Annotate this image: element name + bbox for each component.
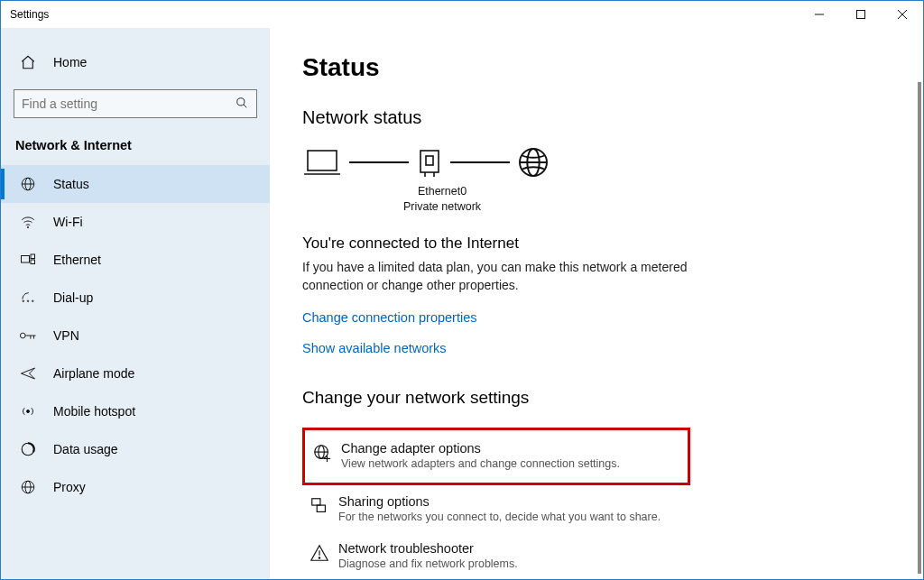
sidebar-item-label: Proxy bbox=[53, 480, 86, 494]
sidebar-item-label: Ethernet bbox=[53, 253, 101, 267]
svg-point-13 bbox=[23, 300, 24, 302]
connected-desc: If you have a limited data plan, you can… bbox=[302, 258, 690, 295]
laptop-icon bbox=[302, 147, 342, 178]
sidebar-item-dialup[interactable]: Dial-up bbox=[1, 279, 270, 317]
scrollbar[interactable] bbox=[918, 82, 921, 574]
vpn-icon bbox=[19, 328, 37, 343]
close-button[interactable] bbox=[882, 1, 923, 28]
svg-rect-28 bbox=[426, 156, 433, 165]
sidebar-nav: Status Wi-Fi Ethernet bbox=[1, 165, 270, 506]
option-title: Change adapter options bbox=[341, 441, 620, 456]
change-settings-heading: Change your network settings bbox=[302, 388, 896, 408]
svg-rect-11 bbox=[31, 254, 35, 259]
sidebar-item-hotspot[interactable]: Mobile hotspot bbox=[1, 392, 270, 430]
search-box[interactable] bbox=[14, 89, 257, 118]
sidebar-item-ethernet[interactable]: Ethernet bbox=[1, 241, 270, 279]
main-pane: Status Network status Ethernet0 bbox=[270, 28, 923, 579]
hotspot-icon bbox=[19, 403, 37, 419]
option-change-adapter[interactable]: Change adapter options View network adap… bbox=[302, 428, 690, 485]
globe-icon bbox=[517, 146, 550, 179]
home-icon bbox=[19, 54, 37, 70]
svg-line-5 bbox=[244, 104, 247, 107]
diagram-caption: Ethernet0 Private network bbox=[311, 184, 573, 215]
page-title: Status bbox=[302, 53, 896, 82]
sidebar-item-label: VPN bbox=[53, 328, 79, 343]
svg-rect-27 bbox=[420, 151, 439, 172]
network-status-heading: Network status bbox=[302, 107, 896, 128]
network-diagram bbox=[302, 146, 896, 179]
svg-rect-25 bbox=[308, 151, 337, 170]
link-show-available-networks[interactable]: Show available networks bbox=[302, 341, 896, 355]
sharing-icon bbox=[310, 494, 338, 516]
sidebar-item-airplane[interactable]: Airplane mode bbox=[1, 354, 270, 392]
wifi-icon bbox=[19, 214, 37, 230]
search-icon bbox=[235, 97, 249, 112]
sidebar-item-proxy[interactable]: Proxy bbox=[1, 468, 270, 506]
datausage-icon bbox=[19, 441, 37, 457]
ethernet-icon bbox=[19, 253, 37, 266]
sidebar-category: Network & Internet bbox=[1, 131, 270, 160]
svg-point-4 bbox=[237, 97, 245, 105]
network-type: Private network bbox=[311, 199, 573, 215]
option-desc: View network adapters and change connect… bbox=[341, 457, 620, 470]
sidebar-item-label: Mobile hotspot bbox=[53, 404, 135, 419]
svg-point-42 bbox=[319, 557, 319, 558]
svg-rect-39 bbox=[312, 499, 320, 505]
proxy-icon bbox=[19, 479, 37, 495]
option-sharing[interactable]: Sharing options For the networks you con… bbox=[302, 485, 690, 532]
option-desc: For the networks you connect to, decide … bbox=[338, 511, 661, 523]
sidebar: Home Network & Internet Status bbox=[1, 28, 270, 579]
svg-rect-40 bbox=[317, 505, 325, 511]
sidebar-item-label: Data usage bbox=[53, 442, 118, 456]
home-label: Home bbox=[53, 55, 87, 69]
router-icon bbox=[416, 147, 443, 178]
svg-point-9 bbox=[27, 226, 28, 227]
minimize-button[interactable] bbox=[799, 1, 840, 28]
option-troubleshooter[interactable]: Network troubleshooter Diagnose and fix … bbox=[302, 532, 690, 579]
sidebar-item-label: Dial-up bbox=[53, 290, 93, 305]
option-title: Network troubleshooter bbox=[338, 541, 518, 556]
sidebar-item-label: Status bbox=[53, 177, 89, 191]
connected-title: You're connected to the Internet bbox=[302, 235, 896, 253]
globe-plus-icon bbox=[312, 441, 341, 463]
option-title: Sharing options bbox=[338, 494, 661, 509]
sidebar-item-vpn[interactable]: VPN bbox=[1, 317, 270, 354]
airplane-icon bbox=[19, 365, 37, 382]
link-change-connection-properties[interactable]: Change connection properties bbox=[302, 310, 896, 325]
svg-point-14 bbox=[27, 300, 29, 302]
sidebar-item-datausage[interactable]: Data usage bbox=[1, 430, 270, 468]
window-title: Settings bbox=[10, 8, 49, 21]
adapter-name: Ethernet0 bbox=[311, 184, 573, 199]
sidebar-item-wifi[interactable]: Wi-Fi bbox=[1, 203, 270, 241]
sidebar-item-status[interactable]: Status bbox=[1, 165, 270, 203]
svg-rect-12 bbox=[31, 260, 35, 264]
globe-icon bbox=[19, 176, 37, 192]
search-input[interactable] bbox=[22, 97, 235, 111]
title-bar: Settings bbox=[1, 1, 923, 28]
sidebar-item-label: Wi-Fi bbox=[53, 215, 83, 229]
svg-point-16 bbox=[20, 333, 25, 338]
option-desc: Diagnose and fix network problems. bbox=[338, 557, 518, 570]
svg-point-15 bbox=[32, 300, 34, 302]
maximize-button[interactable] bbox=[840, 1, 882, 28]
home-link[interactable]: Home bbox=[1, 44, 270, 80]
sidebar-item-label: Airplane mode bbox=[53, 366, 134, 381]
warning-icon bbox=[310, 541, 338, 563]
svg-point-20 bbox=[27, 410, 30, 413]
svg-rect-1 bbox=[857, 11, 865, 19]
svg-rect-10 bbox=[22, 256, 30, 263]
dialup-icon bbox=[19, 290, 37, 306]
